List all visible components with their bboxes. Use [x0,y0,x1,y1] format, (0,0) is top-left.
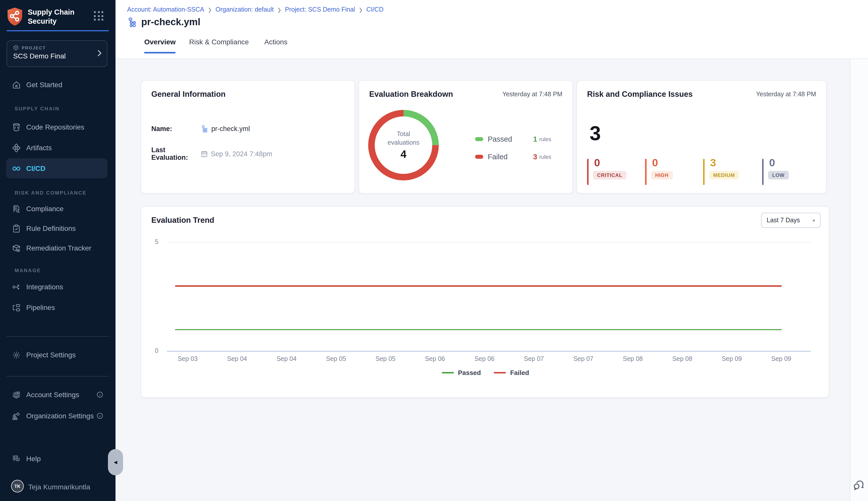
sidebar-item-account-settings[interactable]: Account Settings [0,387,115,402]
sidebar-item-integrations[interactable]: Integrations [0,279,115,294]
sidebar-collapse-handle[interactable]: ◀ [108,449,123,475]
project-name: SCS Demo Final [13,52,101,60]
legend-item-passed: Passed 1 rules [475,135,551,143]
donut-center-total: 4 [400,148,406,160]
sidebar-item-cicd[interactable]: CI/CD [6,158,107,179]
module-grid-icon[interactable] [94,11,104,21]
sidebar: Supply Chain Security PROJECT SCS Demo F… [0,0,115,501]
sidebar-divider [7,376,109,376]
general-information-card: General Information Name: pr-check.yml L… [141,80,355,193]
severity-count: 0 [594,157,600,169]
compliance-document-icon [11,204,21,214]
date-range-select[interactable]: Last 7 Days ▾ [761,213,820,228]
donut-center: Total evaluations 4 [368,110,439,180]
org-hierarchy-gear-icon [11,411,21,421]
passed-swatch-icon [475,137,483,141]
sidebar-item-organization-settings[interactable]: Organization Settings [0,408,115,423]
sidebar-divider [7,336,109,337]
last-evaluation-row: Last Evaluation: Sep 9, 2024 7:48pm [151,146,272,161]
risk-compliance-card: Risk and Compliance Issues Yesterday at … [576,80,827,193]
sidebar-item-label: Project Settings [26,351,76,359]
breadcrumb-cicd-link[interactable]: CI/CD [366,6,384,13]
total-issues-count: 3 [589,122,601,145]
tab-risk-compliance[interactable]: Risk & Compliance [189,38,249,52]
severity-badge: LOW [768,171,788,179]
sidebar-item-project-settings[interactable]: Project Settings [0,347,115,362]
sidebar-item-pipelines[interactable]: Pipelines [0,300,115,315]
severity-bar [587,159,588,185]
sidebar-item-label: Pipelines [26,303,55,311]
severity-low: 0 LOW [762,159,817,185]
gridline-top [167,242,811,243]
failed-line-series [175,286,782,287]
chat-bubbles-icon[interactable] [853,479,866,492]
sidebar-item-label: Rule Definitions [26,224,76,232]
severity-count: 3 [710,157,716,169]
card-title: Evaluation Breakdown [369,90,453,99]
sidebar-item-label: Account Settings [26,391,79,399]
name-label: Name: [151,125,196,132]
sidebar-item-code-repositories[interactable]: Code Repositories [0,119,115,135]
severity-badge: MEDIUM [709,171,739,179]
legend-item-passed[interactable]: Passed [442,369,481,376]
legend-unit: rules [539,136,551,142]
sidebar-item-rule-definitions[interactable]: Rule Definitions [0,221,115,236]
severity-bar [703,159,704,185]
chevron-right-icon: ❯ [359,7,363,12]
info-icon[interactable] [96,391,103,398]
severity-count: 0 [652,157,658,169]
passed-line-swatch-icon [442,372,454,373]
severity-high: 0 HIGH [645,159,700,185]
tab-overview[interactable]: Overview [144,38,176,53]
sidebar-item-label: Organization Settings [26,412,94,420]
right-edge-strip [850,59,868,501]
sidebar-item-compliance[interactable]: Compliance [0,201,115,216]
breadcrumb-organization-link[interactable]: Organization: default [216,6,274,13]
chevron-right-icon: ❯ [208,7,212,12]
project-label: PROJECT [22,45,46,50]
legend-label: Passed [488,135,519,143]
sidebar-item-artifacts[interactable]: Artifacts [0,140,115,155]
project-selector[interactable]: PROJECT SCS Demo Final [7,40,107,67]
x-axis-line [167,351,811,352]
legend-value: 3 [533,153,537,161]
timestamp: Yesterday at 7:48 PM [756,91,816,98]
chevron-down-icon: ▾ [813,217,815,223]
sidebar-item-get-started[interactable]: Get Started [0,77,115,92]
legend-value: 1 [533,135,537,143]
sidebar-item-label: Compliance [26,205,64,213]
breadcrumb-account-link[interactable]: Account: Automation-SSCA [127,6,204,13]
last-evaluation-label: Last Evaluation: [151,146,196,161]
gear-icon [11,350,21,360]
timestamp: Yesterday at 7:48 PM [502,91,562,98]
date-range-value: Last 7 Days [767,217,800,224]
user-name[interactable]: Teja Kummarikuntla [28,483,90,491]
legend-label: Failed [510,369,529,376]
breadcrumb-project-link[interactable]: Project: SCS Demo Final [285,6,355,13]
evaluation-trend-card: Evaluation Trend Last 7 Days ▾ 5 0 Sep 0… [141,206,829,398]
sidebar-item-remediation-tracker[interactable]: Remediation Tracker [0,241,115,256]
supply-chain-security-logo-icon [7,7,23,26]
card-title: Risk and Compliance Issues [587,90,693,99]
y-tick-min: 0 [145,347,158,354]
legend-label: Failed [488,153,519,161]
main-area: Account: Automation-SSCA ❯ Organization:… [115,0,868,501]
info-icon[interactable] [96,412,103,419]
sidebar-item-help[interactable]: ? Help [0,451,115,466]
legend-item-failed[interactable]: Failed [494,369,529,376]
y-tick-max: 5 [145,238,158,245]
home-icon [11,79,21,90]
svg-text:?: ? [14,455,17,459]
legend-label: Passed [458,369,481,376]
name-value: pr-check.yml [211,125,250,132]
integrations-icon [11,282,21,292]
content-area: General Information Name: pr-check.yml L… [115,59,868,501]
failed-line-swatch-icon [494,372,506,373]
tab-actions[interactable]: Actions [264,38,287,52]
logo-divider [7,30,109,31]
x-axis-labels: Sep 03Sep 04Sep 04Sep 05Sep 05Sep 06Sep … [172,355,796,362]
layers-gear-icon [11,390,21,400]
card-title: General Information [151,90,226,99]
user-avatar[interactable]: TK [11,480,24,492]
evaluation-breakdown-card: Evaluation Breakdown Yesterday at 7:48 P… [359,80,573,193]
